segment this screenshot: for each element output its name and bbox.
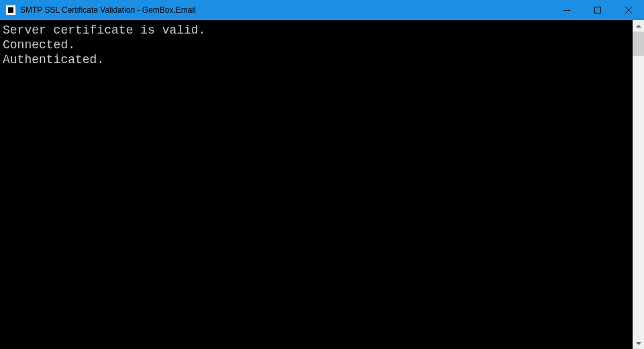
maximize-button[interactable] (582, 0, 613, 20)
console-line: Connected. (3, 38, 633, 52)
close-button[interactable] (613, 0, 644, 20)
titlebar: SMTP SSL Certificate Validation - GemBox… (0, 0, 644, 20)
console-line: Server certificate is valid. (3, 23, 633, 38)
window-controls (551, 0, 644, 20)
vertical-scrollbar[interactable] (633, 20, 644, 349)
console-area: Server certificate is valid.Connected.Au… (0, 20, 644, 349)
app-icon (5, 5, 16, 15)
console-line: Authenticated. (3, 52, 633, 67)
minimize-button[interactable] (551, 0, 582, 20)
console-output[interactable]: Server certificate is valid.Connected.Au… (0, 20, 633, 349)
scroll-track[interactable] (633, 32, 644, 338)
window-title: SMTP SSL Certificate Validation - GemBox… (20, 5, 551, 15)
svg-marker-4 (636, 25, 641, 28)
scroll-down-button[interactable] (633, 338, 644, 349)
svg-rect-0 (564, 10, 570, 11)
scroll-thumb[interactable] (633, 32, 644, 56)
scroll-up-button[interactable] (633, 20, 644, 32)
svg-rect-1 (595, 7, 601, 13)
svg-marker-5 (636, 342, 641, 345)
